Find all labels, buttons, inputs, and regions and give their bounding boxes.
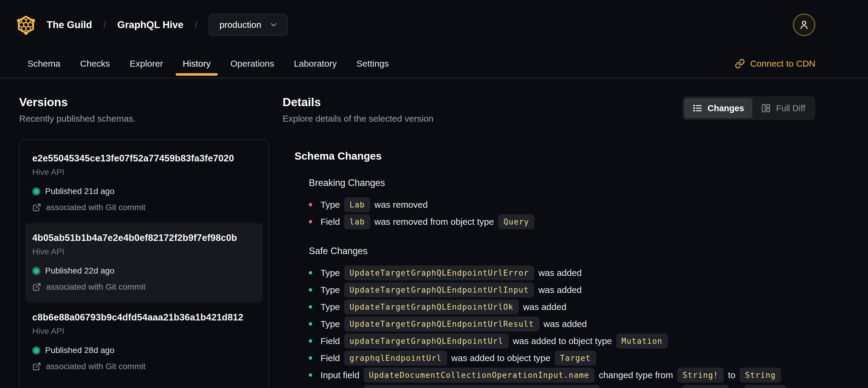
change-text: to bbox=[733, 387, 740, 388]
tab-operations[interactable]: Operations bbox=[222, 50, 283, 78]
change-text: was removed from object type bbox=[375, 217, 494, 227]
code-pill: Target bbox=[555, 351, 596, 365]
change-text: Type bbox=[320, 285, 340, 295]
change-item: TypeLabwas removed bbox=[309, 196, 815, 213]
change-text: Field bbox=[320, 353, 340, 363]
change-item: Fieldlabwas removed from object typeQuer… bbox=[309, 213, 815, 230]
change-text: was added bbox=[538, 285, 582, 295]
version-list-item[interactable]: e2e55045345ce13fe07f52a77459b83fa3fe7020… bbox=[25, 144, 263, 223]
change-text: Type bbox=[320, 302, 340, 312]
main-nav: Schema Checks Explorer History Operation… bbox=[0, 50, 868, 78]
change-content: FieldupdateTargetGraphQLEndpointUrlwas a… bbox=[320, 334, 668, 349]
tab-settings[interactable]: Settings bbox=[348, 50, 397, 78]
app-header: The Guild / GraphQL Hive / production bbox=[0, 0, 868, 50]
version-status: Published 22d ago bbox=[32, 266, 256, 276]
details-subtitle: Explore details of the selected version bbox=[283, 114, 433, 124]
change-item: FieldupdateTargetGraphQLEndpointUrlwas a… bbox=[309, 332, 815, 350]
code-pill: String bbox=[740, 368, 781, 383]
git-commit-label: associated with Git commit bbox=[46, 362, 146, 371]
versions-subtitle: Recently published schemas. bbox=[19, 114, 269, 124]
tab-checks[interactable]: Checks bbox=[72, 50, 118, 78]
git-commit-link[interactable]: associated with Git commit bbox=[32, 362, 256, 371]
tab-history[interactable]: History bbox=[175, 50, 219, 78]
version-list-item[interactable]: c8b6e88a06793b9c4dfd54aaa21b36a1b421d812… bbox=[25, 302, 263, 382]
target-selector[interactable]: production bbox=[209, 14, 288, 36]
version-list-item[interactable]: 4b05ab51b1b4a7e2e4b0ef82172f2b9f7ef98c0b… bbox=[25, 223, 263, 302]
tab-schema[interactable]: Schema bbox=[19, 50, 69, 78]
link-icon bbox=[735, 59, 745, 69]
columns-icon bbox=[761, 103, 771, 113]
git-commit-link[interactable]: associated with Git commit bbox=[32, 203, 256, 212]
code-pill: UpdateTargetGraphQLEndpointUrlResult bbox=[344, 317, 539, 331]
published-dot-icon bbox=[32, 187, 40, 196]
chevron-down-icon bbox=[269, 20, 278, 29]
change-text: was added bbox=[523, 302, 566, 312]
bullet-icon bbox=[309, 288, 312, 292]
external-link-icon bbox=[32, 282, 41, 292]
published-label: Published 21d ago bbox=[45, 186, 115, 196]
git-commit-link[interactable]: associated with Git commit bbox=[32, 282, 256, 292]
change-list: TypeLabwas removed Fieldlabwas removed f… bbox=[309, 196, 815, 230]
changes-view-label: Changes bbox=[708, 103, 744, 113]
change-item: TypeUpdateTargetGraphQLEndpointUrlInputw… bbox=[309, 281, 815, 298]
breadcrumb-separator: / bbox=[103, 20, 106, 30]
change-text: was removed bbox=[375, 200, 428, 210]
change-content: TypeUpdateTargetGraphQLEndpointUrlResult… bbox=[320, 317, 587, 331]
view-toggle: Changes Full Diff bbox=[682, 96, 815, 120]
bullet-icon bbox=[309, 374, 312, 377]
change-text: was added to object type bbox=[513, 336, 612, 346]
versions-panel: Versions Recently published schemas. e2e… bbox=[19, 96, 269, 388]
version-service: Hive API bbox=[32, 326, 256, 336]
full-diff-view-label: Full Diff bbox=[776, 103, 805, 113]
change-item: FieldgraphqlEndpointUrlwas added to obje… bbox=[309, 350, 815, 366]
external-link-icon bbox=[32, 203, 41, 212]
change-text: was added bbox=[538, 268, 582, 278]
details-panel: Details Explore details of the selected … bbox=[283, 96, 815, 388]
connect-to-cdn-button[interactable]: Connect to CDN bbox=[735, 50, 815, 78]
change-content: TypeUpdateTargetGraphQLEndpointUrlOkwas … bbox=[320, 300, 566, 315]
change-text: Type bbox=[320, 268, 340, 278]
code-pill: graphqlEndpointUrl bbox=[344, 351, 447, 365]
full-diff-view-button[interactable]: Full Diff bbox=[752, 98, 814, 118]
breadcrumb: The Guild / GraphQL Hive / production bbox=[46, 14, 288, 36]
details-title: Details bbox=[283, 96, 433, 109]
change-text: Input field bbox=[320, 387, 359, 388]
git-commit-label: associated with Git commit bbox=[46, 203, 146, 212]
code-pill: lab bbox=[344, 214, 370, 229]
changes-view-button[interactable]: Changes bbox=[684, 98, 752, 118]
change-group-title: Breaking Changes bbox=[309, 178, 815, 188]
change-content: FieldgraphqlEndpointUrlwas added to obje… bbox=[320, 351, 596, 365]
change-content: TypeLabwas removed bbox=[320, 197, 428, 212]
version-hash: c8b6e88a06793b9c4dfd54aaa21b36a1b421d812 bbox=[32, 312, 256, 323]
version-list: e2e55045345ce13fe07f52a77459b83fa3fe7020… bbox=[19, 139, 269, 388]
change-text: Type bbox=[320, 319, 340, 329]
breadcrumb-org[interactable]: The Guild bbox=[46, 19, 92, 30]
breadcrumb-project[interactable]: GraphQL Hive bbox=[117, 19, 183, 30]
change-list: TypeUpdateTargetGraphQLEndpointUrlErrorw… bbox=[309, 264, 815, 388]
change-text: was added bbox=[544, 319, 587, 329]
code-pill: UpdateTargetGraphQLEndpointUrlOk bbox=[344, 300, 519, 315]
target-selector-value: production bbox=[220, 20, 261, 30]
change-item: Input fieldUpdateDocumentCollectionOpera… bbox=[309, 366, 815, 384]
change-text: Field bbox=[320, 217, 340, 227]
published-dot-icon bbox=[32, 347, 40, 355]
change-item: TypeUpdateTargetGraphQLEndpointUrlErrorw… bbox=[309, 264, 815, 281]
tab-explorer[interactable]: Explorer bbox=[121, 50, 172, 78]
bullet-icon bbox=[309, 356, 312, 360]
schema-changes-section: Schema Changes Breaking Changes TypeLabw… bbox=[294, 150, 815, 388]
bullet-icon bbox=[309, 203, 312, 206]
breadcrumb-separator: / bbox=[195, 20, 197, 30]
user-avatar[interactable] bbox=[793, 13, 815, 36]
version-status: Published 21d ago bbox=[32, 186, 256, 196]
tab-label: Schema bbox=[28, 59, 60, 69]
version-list-item[interactable]: a823f6db2a55df877dcf406006abca97fcc4858c… bbox=[25, 382, 263, 388]
code-pill: Mutation bbox=[616, 334, 668, 349]
change-text: changed type from bbox=[604, 387, 678, 388]
tab-label: Settings bbox=[356, 59, 389, 69]
change-text: to bbox=[728, 370, 735, 380]
tab-label: Checks bbox=[80, 59, 110, 69]
change-text: Type bbox=[320, 200, 340, 210]
hive-logo-icon[interactable] bbox=[17, 15, 35, 35]
change-content: Input fieldUpdateDocumentCollectionOpera… bbox=[320, 368, 781, 383]
tab-laboratory[interactable]: Laboratory bbox=[285, 50, 345, 78]
